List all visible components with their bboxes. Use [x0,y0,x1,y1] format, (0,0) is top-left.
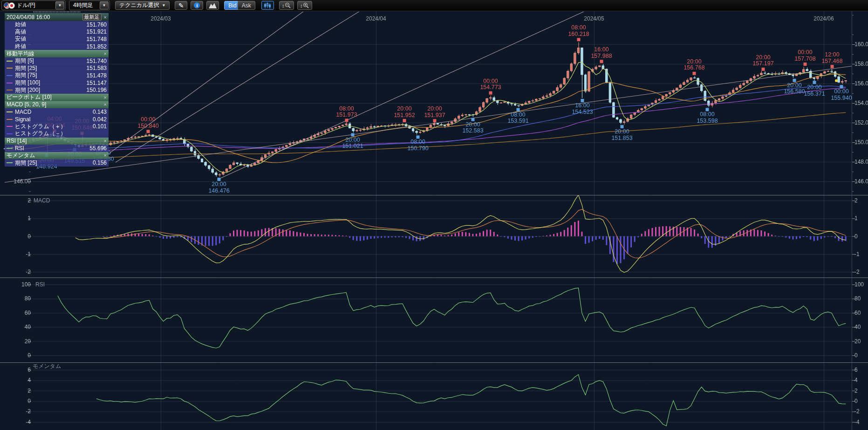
indicator-value-row: ヒストグラム（－） [5,130,109,138]
row-label: 高値 [15,28,87,36]
annotation-time: 20:00 [424,106,445,112]
row-value: 0.156 [93,160,107,166]
chevron-down-icon[interactable]: ▼ [100,1,109,9]
indicator-value-row: 期間 [25]151.583 [5,65,109,72]
currency-pair-select[interactable]: ドル/円 ▼ [1,0,66,10]
close-icon[interactable]: × [104,95,107,100]
annotation-time: 20:00 [784,83,805,89]
candlestick-icon [264,2,271,9]
momentum-panel-title: モメンタム [33,362,61,370]
annotation-price: 157.988 [591,53,612,60]
annotation-time: 20:00 [804,84,825,91]
zoom-out-button[interactable]: ↕ [279,1,294,10]
chart-style-button[interactable] [206,1,219,10]
close-icon[interactable]: × [104,153,107,158]
annotation-price: 153.591 [507,118,528,125]
latest-bar-badge[interactable]: 最新足 [82,14,102,21]
rsi-axis-label: 100 [854,281,864,288]
momentum-axis-label: -4 [854,419,860,425]
close-icon[interactable]: × [104,14,107,20]
annotation-time: 00:00 [794,49,815,56]
close-icon[interactable]: × [104,138,107,144]
candle-datetime-row: 2024/04/08 16:00 最新足 × [5,13,109,21]
date-axis-label: 2024/04 [366,15,386,22]
row-label: 移動平均線 [7,50,102,58]
timeframe-select[interactable]: 4時間足 ▼ [69,0,110,10]
vertical-arrows-icon: ↕ [282,3,285,8]
momentum-axis-label: 0 [854,398,858,404]
annotation-price: 151.973 [336,112,357,118]
annotation-time: 08:00 [568,25,589,31]
row-label: 期間 [75] [15,71,87,79]
row-label: RSI [15,145,89,152]
peak-annotation: 20:00151.937 [424,106,445,118]
indicator-info-panel[interactable]: 2024/04/08 16:00 最新足 × 始値151.760高値151.92… [5,13,109,166]
indicator-value-row: ヒストグラム（＋）0.101 [5,123,109,130]
row-label: 安値 [15,35,87,43]
macd-axis-label: 0 [854,233,858,240]
info-button[interactable]: i [191,1,203,10]
bottom-annotation: 20:00156.371 [804,84,825,97]
mountain-icon [209,2,217,8]
macd-axis-label: -1 [854,251,860,257]
series-color-swatch [7,68,13,69]
annotation-price: 151.853 [611,135,632,142]
price-chart-canvas[interactable] [0,0,868,430]
indicator-value-row: 安値151.748 [5,35,109,43]
bottom-annotation: 20:00156.580 [784,83,805,95]
vertical-arrows-icon: ↕ [300,3,303,8]
technical-select-button[interactable]: テクニカル選択 ▼ [115,1,170,10]
candlestick-type-button[interactable] [261,1,274,10]
price-axis-label: 158.0 [854,61,868,67]
macd-axis-label: 2 [854,197,858,204]
zoom-out-icon [285,2,291,8]
price-axis-label: 154.0 [854,100,868,106]
indicator-value-row: 高値151.921 [5,28,109,36]
series-color-swatch [7,133,13,134]
date-axis-label: 2024/03 [150,15,171,22]
price-axis-label: 148.0 [854,159,868,165]
row-value: 151.748 [87,36,107,42]
peak-annotation: 16:00157.988 [591,47,612,59]
bottom-annotation: 20:00151.853 [611,129,632,141]
rsi-axis-label: 80 [0,295,31,302]
price-axis-label: 160.0 [854,41,868,48]
draw-tool-button[interactable]: ✎ [175,1,187,10]
annotation-time: 00:00 [137,117,158,123]
timeframe-label: 4時間足 [73,1,96,9]
indicator-value-row: Signal0.042 [5,116,109,123]
zoom-in-button[interactable]: ↕ [297,1,312,10]
annotation-time: 08:00 [507,112,528,118]
annotation-time: 00:00 [831,89,852,95]
indicator-value-row: 期間 [75]151.478 [5,72,109,79]
annotation-price: 152.583 [462,128,483,134]
row-label: 期間 [5] [15,57,87,65]
indicator-value-row: 終値151.852 [5,43,109,50]
ask-button[interactable]: Ask [238,1,255,10]
close-icon[interactable]: × [104,102,107,107]
close-icon[interactable]: × [104,51,107,56]
annotation-price: 154.523 [572,109,593,116]
row-value: 151.147 [87,80,107,86]
annotation-time: 20:00 [462,122,483,128]
annotation-time: 16:00 [572,103,593,109]
bid-ask-toggle: Bid Ask [224,1,255,10]
peak-annotation: 08:00151.973 [336,106,357,118]
macd-axis-label: 2 [0,197,31,204]
bottom-annotation: 20:00151.021 [342,137,363,150]
peak-annotation: 20:00156.768 [683,59,704,71]
indicator-header-row: 移動平均線× [5,50,109,57]
rsi-axis-label: 0 [0,352,31,359]
row-label: 始値 [15,21,87,28]
peak-annotation: 08:00160.218 [568,25,589,37]
price-axis-label: 156.0 [854,80,868,87]
info-icon: i [194,2,200,8]
annotation-time: 20:00 [683,59,704,65]
row-label: 終値 [15,42,87,50]
pencil-icon: ✎ [178,2,184,9]
chevron-down-icon[interactable]: ▼ [55,1,64,9]
price-axis-label: 152.0 [854,119,868,126]
indicator-value-row: 始値151.760 [5,21,109,28]
swatch-spacer [7,24,13,25]
series-color-swatch [7,75,13,76]
